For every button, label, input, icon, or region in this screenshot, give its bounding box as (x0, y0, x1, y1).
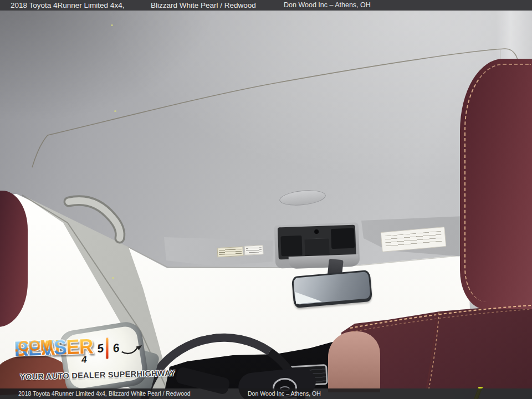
trim-colors: Blizzard White Pearl / Redwood (109, 388, 191, 399)
dealer-name: Don Wood Inc – Athens, OH (248, 388, 321, 399)
dealerrevs-watermark: DealerRevs.com (14, 331, 192, 373)
vehicle-photo-page: 4 5 6 DealerRevs.com Your Auto Dealer Su… (0, 0, 532, 399)
top-caption-bar: 2018 Toyota 4Runner Limited 4x4, Blizzar… (0, 0, 532, 11)
vehicle-title: 2018 Toyota 4Runner Limited 4x4, (11, 0, 124, 11)
dealer-name: Don Wood Inc – Athens, OH (284, 0, 371, 11)
bottom-caption-bar: 2018 Toyota 4Runner Limited 4x4, Blizzar… (0, 388, 532, 399)
vehicle-title: 2018 Toyota 4Runner Limited 4x4, (18, 388, 107, 399)
brand-tld: .com (14, 336, 53, 355)
trim-colors: Blizzard White Pearl / Redwood (151, 0, 256, 11)
